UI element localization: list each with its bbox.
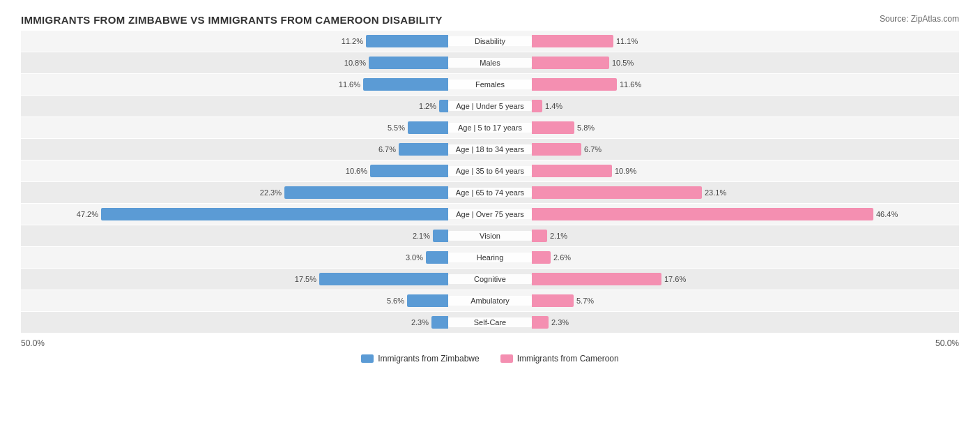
left-section: 11.2%: [21, 31, 448, 52]
bar-left-value: 5.6%: [379, 297, 404, 305]
right-section: 11.1%: [532, 31, 959, 52]
left-section: 1.2%: [21, 96, 448, 117]
bar-row: 5.5%Age | 5 to 17 years5.8%: [21, 117, 959, 138]
right-section: 5.7%: [532, 290, 959, 311]
center-label: Cognitive: [448, 274, 532, 284]
legend-item-cameroon: Immigrants from Cameroon: [500, 354, 619, 364]
bar-row: 11.2%Disability11.1%: [21, 31, 959, 52]
bar-left-value: 2.3%: [404, 318, 429, 327]
bar-left-value: 5.5%: [380, 123, 405, 132]
bar-right: [532, 57, 609, 69]
right-section: 2.3%: [532, 312, 959, 333]
bar-left-value: 1.2%: [411, 102, 436, 110]
bar-left: [363, 78, 448, 91]
bar-right: [532, 208, 873, 220]
right-section: 2.6%: [532, 247, 959, 268]
center-label: Age | 5 to 17 years: [448, 123, 532, 133]
center-label: Hearing: [448, 253, 532, 262]
center-label: Ambulatory: [448, 296, 532, 306]
right-section: 23.1%: [532, 182, 959, 203]
right-section: 10.5%: [532, 52, 959, 73]
bar-right-value: 46.4%: [876, 210, 901, 218]
left-section: 47.2%: [21, 204, 448, 225]
bar-right-value: 5.7%: [576, 297, 602, 305]
chart-area: 11.2%Disability11.1%10.8%Males10.5%11.6%…: [21, 31, 959, 333]
bar-left: [319, 273, 448, 285]
left-section: 22.3%: [21, 182, 448, 203]
legend: Immigrants from Zimbabwe Immigrants from…: [21, 354, 959, 364]
bar-left-value: 10.8%: [341, 59, 366, 67]
bar-left-value: 11.2%: [338, 37, 363, 45]
bar-right-value: 5.8%: [577, 123, 602, 132]
legend-item-zimbabwe: Immigrants from Zimbabwe: [361, 354, 479, 364]
bar-row: 6.7%Age | 18 to 34 years6.7%: [21, 139, 959, 160]
legend-label-cameroon: Immigrants from Cameroon: [517, 354, 619, 364]
bar-left: [366, 35, 448, 47]
bar-right-value: 2.3%: [551, 318, 576, 327]
bar-row: 2.1%Vision2.1%: [21, 225, 959, 246]
bar-right-value: 1.4%: [545, 102, 570, 110]
axis-labels: 50.0% 50.0%: [21, 338, 959, 348]
bar-right: [532, 294, 574, 307]
bar-right: [532, 143, 581, 156]
bar-right: [532, 230, 547, 242]
bar-left: [431, 316, 448, 329]
right-section: 46.4%: [532, 204, 959, 225]
bar-row: 10.8%Males10.5%: [21, 52, 959, 73]
bar-right: [532, 100, 542, 112]
bar-right: [532, 35, 613, 47]
bar-left: [426, 251, 448, 264]
center-label: Age | Under 5 years: [448, 101, 532, 111]
bar-row: 47.2%Age | Over 75 years46.4%: [21, 204, 959, 225]
bar-right-value: 11.6%: [620, 80, 645, 89]
left-section: 10.8%: [21, 52, 448, 73]
left-section: 10.6%: [21, 160, 448, 181]
right-section: 10.9%: [532, 160, 959, 181]
left-section: 17.5%: [21, 269, 448, 290]
right-section: 1.4%: [532, 96, 959, 117]
bar-left-value: 10.6%: [342, 167, 367, 175]
center-label: Age | 35 to 64 years: [448, 166, 532, 176]
bar-row: 1.2%Age | Under 5 years1.4%: [21, 96, 959, 117]
bar-left: [439, 100, 448, 112]
center-label: Age | 18 to 34 years: [448, 144, 532, 154]
bar-left-value: 47.2%: [73, 210, 98, 218]
bar-left: [433, 230, 448, 242]
center-label: Self-Care: [448, 317, 532, 327]
right-section: 11.6%: [532, 74, 959, 95]
bar-right: [532, 78, 617, 91]
bar-left-value: 22.3%: [257, 188, 282, 197]
bar-row: 2.3%Self-Care2.3%: [21, 312, 959, 333]
bar-right: [532, 316, 549, 329]
left-section: 5.5%: [21, 117, 448, 138]
bar-right-value: 11.1%: [616, 37, 641, 45]
bar-left-value: 3.0%: [398, 253, 423, 262]
bar-right-value: 2.6%: [553, 253, 579, 262]
bar-row: 10.6%Age | 35 to 64 years10.9%: [21, 160, 959, 181]
center-label: Age | Over 75 years: [448, 209, 532, 219]
bar-right: [532, 121, 574, 134]
bar-left-value: 2.1%: [405, 232, 430, 240]
legend-box-zimbabwe: [361, 354, 374, 363]
center-label: Males: [448, 58, 532, 68]
right-section: 6.7%: [532, 139, 959, 160]
source-label: Source: ZipAtlas.com: [880, 14, 959, 24]
axis-left-label: 50.0%: [21, 338, 45, 348]
bar-right-value: 10.9%: [615, 167, 640, 175]
legend-label-zimbabwe: Immigrants from Zimbabwe: [378, 354, 479, 364]
left-section: 2.3%: [21, 312, 448, 333]
right-section: 17.6%: [532, 269, 959, 290]
chart-title: IMMIGRANTS FROM ZIMBABWE VS IMMIGRANTS F…: [21, 14, 443, 26]
center-label: Disability: [448, 36, 532, 46]
bar-right: [532, 251, 551, 264]
bar-row: 22.3%Age | 65 to 74 years23.1%: [21, 182, 959, 203]
center-label: Females: [448, 80, 532, 89]
legend-box-cameroon: [500, 354, 513, 363]
bar-right-value: 17.6%: [664, 275, 689, 283]
bar-right: [532, 165, 612, 177]
bar-right-value: 6.7%: [584, 145, 609, 153]
bar-right-value: 2.1%: [550, 232, 575, 240]
bar-row: 11.6%Females11.6%: [21, 74, 959, 95]
bar-row: 17.5%Cognitive17.6%: [21, 269, 959, 290]
bar-left: [399, 143, 448, 156]
